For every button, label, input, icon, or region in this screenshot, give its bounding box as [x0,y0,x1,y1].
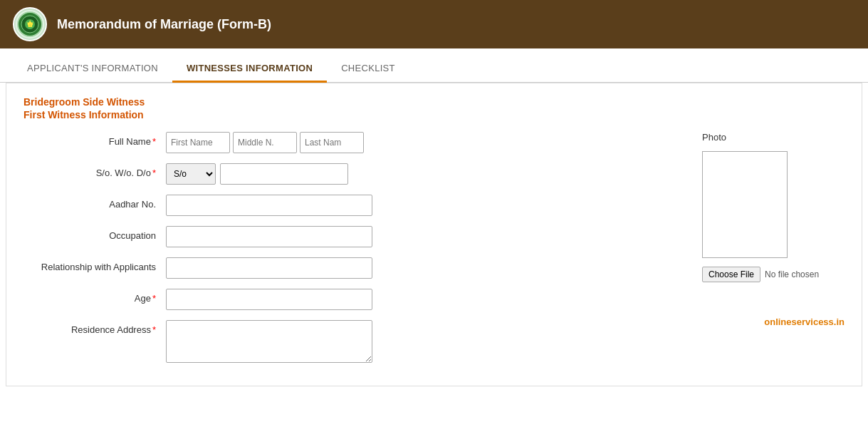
relationship-label: Relationship with Applicants [23,257,166,272]
form-grid: Full Name* S/o. W/o. D/o* S/o W/o [23,132,845,373]
relationship-row: Relationship with Applicants [23,257,674,279]
middle-name-input[interactable] [233,132,297,153]
section-title: Bridegroom Side Witness [23,96,845,108]
full-name-label: Full Name* [23,132,166,147]
age-row: Age* [23,289,674,310]
full-name-row: Full Name* [23,132,674,153]
photo-box [702,151,788,258]
svg-text:✿: ✿ [27,21,33,29]
tab-applicant[interactable]: APPLICANT'S INFORMATION [13,56,172,83]
form-content: Bridegroom Side Witness First Witness In… [6,83,862,386]
tabs-bar: APPLICANT'S INFORMATION WITNESSES INFORM… [0,56,868,83]
header: ✿ Memorandum of Marriage (Form-B) [0,0,868,48]
header-title: Memorandum of Marriage (Form-B) [57,17,271,32]
aadhar-input[interactable] [166,195,372,216]
age-label: Age* [23,289,166,304]
header-logo: ✿ [13,7,47,41]
choose-file-button[interactable]: Choose File [702,267,760,282]
address-textarea[interactable] [166,320,372,363]
tab-witnesses[interactable]: WITNESSES INFORMATION [172,56,327,83]
relationship-input[interactable] [166,257,372,279]
swo-label: S/o. W/o. D/o* [23,163,166,178]
last-name-input[interactable] [300,132,364,153]
file-choose-area: Choose File No file chosen [702,267,819,282]
file-chosen-text: No file chosen [765,269,819,279]
photo-label: Photo [702,132,726,143]
section-subtitle: First Witness Information [23,109,845,120]
watermark-text: onlineservicess.in [764,317,845,327]
swo-name-input[interactable] [220,163,348,185]
age-input[interactable] [166,289,372,310]
aadhar-label: Aadhar No. [23,195,166,210]
occupation-label: Occupation [23,226,166,241]
tab-checklist[interactable]: CHECKLIST [327,56,409,83]
swo-fields: S/o W/o D/o [166,163,348,185]
address-label: Residence Address* [23,320,166,335]
occupation-input[interactable] [166,226,372,247]
swo-select[interactable]: S/o W/o D/o [166,163,216,185]
aadhar-row: Aadhar No. [23,195,674,216]
occupation-row: Occupation [23,226,674,247]
name-fields [166,132,364,153]
form-right: Photo Choose File No file chosen onlines… [702,132,845,373]
first-name-input[interactable] [166,132,230,153]
form-left: Full Name* S/o. W/o. D/o* S/o W/o [23,132,674,373]
swo-row: S/o. W/o. D/o* S/o W/o D/o [23,163,674,185]
address-row: Residence Address* [23,320,674,363]
